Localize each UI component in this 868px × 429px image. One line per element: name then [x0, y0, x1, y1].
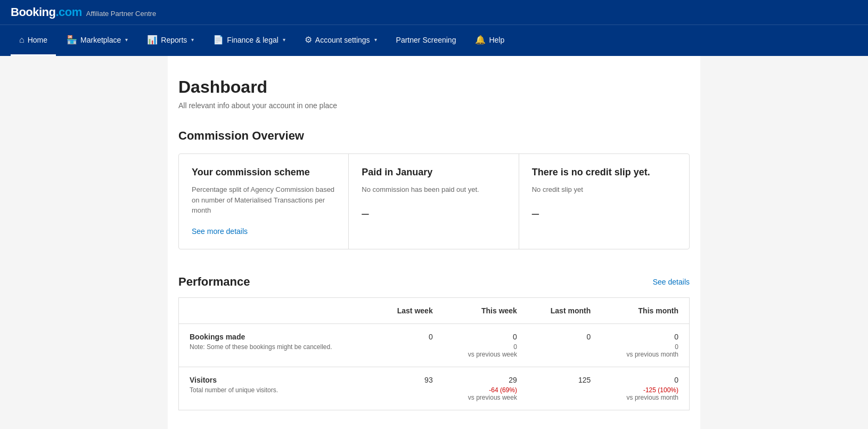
see-details-link[interactable]: See details: [653, 278, 690, 286]
this-week-label-1: vs previous week: [454, 394, 517, 401]
nav-label-help: Help: [489, 36, 504, 44]
nav-item-partner[interactable]: Partner Screening: [388, 26, 465, 55]
chevron-down-icon: ▾: [125, 37, 128, 43]
card-desc-paid: No commission has been paid out yet.: [362, 184, 505, 195]
nav-label-reports: Reports: [161, 36, 187, 44]
this-month-cell-1: 0 -125 (100%) vs previous month: [601, 367, 689, 410]
logo-subtitle: Affiliate Partner Centre: [86, 10, 156, 18]
commission-cards: Your commission scheme Percentage split …: [178, 153, 690, 249]
card-desc-credit: No credit slip yet: [532, 184, 676, 195]
see-more-details-link[interactable]: See more details: [192, 227, 248, 236]
this-month-cell-0: 0 0 vs previous month: [601, 323, 689, 367]
performance-section-title: Performance: [178, 275, 250, 289]
nav-item-marketplace[interactable]: 🏪 Marketplace ▾: [58, 25, 136, 56]
this-month-change-1: -125 (100%): [612, 386, 678, 394]
table-row: Bookings made Note: Some of these bookin…: [179, 323, 690, 367]
table-row: Visitors Total number of unique visitors…: [179, 367, 690, 410]
col-header-last-month: Last month: [528, 297, 601, 323]
nav-item-help[interactable]: 🔔 Help: [466, 25, 513, 56]
nav-bar: ⌂ Home 🏪 Marketplace ▾ 📊 Reports ▾ 📄 Fin…: [0, 25, 868, 56]
chevron-down-icon: ▾: [374, 37, 377, 43]
this-month-change-0: 0: [612, 343, 678, 351]
logo-booking: Booking.com: [11, 5, 82, 19]
chevron-down-icon: ▾: [191, 37, 194, 43]
performance-header: Performance See details: [178, 275, 690, 289]
nav-item-reports[interactable]: 📊 Reports ▾: [138, 25, 202, 56]
page-subtitle: All relevant info about your account in …: [178, 101, 690, 110]
reports-icon: 📊: [147, 35, 158, 45]
commission-section-title: Commission Overview: [178, 129, 690, 143]
commission-card-credit: There is no credit slip yet. No credit s…: [519, 154, 689, 249]
last-week-value-1: 93: [386, 376, 433, 384]
nav-label-finance: Finance & legal: [227, 36, 279, 44]
nav-label-partner: Partner Screening: [396, 36, 456, 44]
nav-label-account: Account settings: [315, 36, 370, 44]
card-title-paid: Paid in January: [362, 167, 505, 178]
card-title-scheme: Your commission scheme: [192, 167, 335, 178]
metric-name-1: Visitors: [190, 376, 365, 384]
logo-container: Booking.com Affiliate Partner Centre: [11, 5, 156, 19]
last-week-cell-0: 0: [375, 323, 444, 367]
this-month-label-0: vs previous month: [612, 351, 678, 358]
chevron-down-icon: ▾: [283, 37, 285, 43]
this-week-cell-1: 29 -64 (69%) vs previous week: [444, 367, 528, 410]
metric-note-1: Total number of unique visitors.: [190, 386, 365, 394]
this-week-change-1: -64 (69%): [454, 386, 517, 394]
this-month-main-1: 0: [612, 376, 678, 384]
nav-label-home: Home: [28, 36, 47, 44]
this-week-label-0: vs previous week: [454, 351, 517, 358]
card-value-paid: –: [362, 206, 505, 221]
metric-cell-0: Bookings made Note: Some of these bookin…: [179, 323, 375, 367]
this-week-cell-0: 0 0 vs previous week: [444, 323, 528, 367]
account-icon: ⚙: [305, 35, 312, 45]
col-header-this-month: This month: [601, 297, 689, 323]
last-month-value-1: 125: [538, 376, 591, 384]
this-week-main-0: 0: [454, 333, 517, 341]
this-month-main-0: 0: [612, 333, 678, 341]
nav-item-home[interactable]: ⌂ Home: [11, 26, 56, 56]
card-value-credit: –: [532, 206, 676, 221]
table-header-row: Last week This week Last month This mont…: [179, 297, 690, 323]
commission-card-scheme: Your commission scheme Percentage split …: [179, 154, 349, 249]
metric-name-0: Bookings made: [190, 333, 365, 341]
this-month-label-1: vs previous month: [612, 394, 678, 401]
last-month-cell-0: 0: [528, 323, 601, 367]
marketplace-icon: 🏪: [67, 35, 77, 45]
nav-label-marketplace: Marketplace: [80, 36, 121, 44]
last-month-cell-1: 125: [528, 367, 601, 410]
commission-card-paid: Paid in January No commission has been p…: [349, 154, 519, 249]
metric-cell-1: Visitors Total number of unique visitors…: [179, 367, 375, 410]
last-week-value-0: 0: [386, 333, 433, 341]
last-month-value-0: 0: [538, 333, 591, 341]
nav-item-finance[interactable]: 📄 Finance & legal ▾: [204, 25, 294, 56]
finance-icon: 📄: [213, 35, 224, 45]
this-week-main-1: 29: [454, 376, 517, 384]
top-bar: Booking.com Affiliate Partner Centre: [0, 0, 868, 25]
card-title-credit: There is no credit slip yet.: [532, 167, 676, 178]
last-week-cell-1: 93: [375, 367, 444, 410]
home-icon: ⌂: [19, 35, 24, 45]
col-header-this-week: This week: [444, 297, 528, 323]
col-header-last-week: Last week: [375, 297, 444, 323]
performance-table: Last week This week Last month This mont…: [178, 297, 690, 410]
col-header-metric: [179, 297, 375, 323]
help-icon: 🔔: [475, 35, 486, 45]
page-title: Dashboard: [178, 77, 690, 97]
nav-item-account[interactable]: ⚙ Account settings ▾: [296, 25, 386, 56]
this-week-change-0: 0: [454, 343, 517, 351]
main-content: Dashboard All relevant info about your a…: [168, 56, 700, 429]
metric-note-0: Note: Some of these bookings might be ca…: [190, 343, 365, 351]
card-desc-scheme: Percentage split of Agency Commission ba…: [192, 184, 335, 216]
